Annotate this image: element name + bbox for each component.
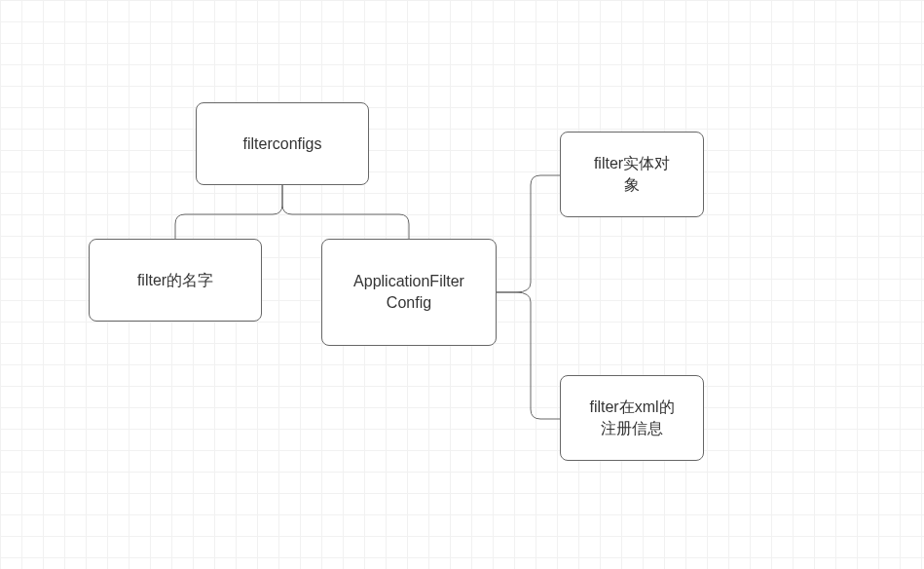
- node-application-filter-config: ApplicationFilter Config: [321, 239, 497, 346]
- node-label: filter实体对 象: [594, 153, 670, 195]
- node-filterconfigs: filterconfigs: [196, 102, 369, 185]
- node-label: filter在xml的 注册信息: [589, 397, 674, 438]
- node-filter-xml-register: filter在xml的 注册信息: [560, 375, 704, 461]
- node-filter-name: filter的名字: [89, 239, 262, 322]
- node-label: filterconfigs: [243, 133, 322, 155]
- node-filter-entity: filter实体对 象: [560, 132, 704, 217]
- node-label: ApplicationFilter Config: [353, 271, 464, 313]
- node-label: filter的名字: [137, 270, 213, 291]
